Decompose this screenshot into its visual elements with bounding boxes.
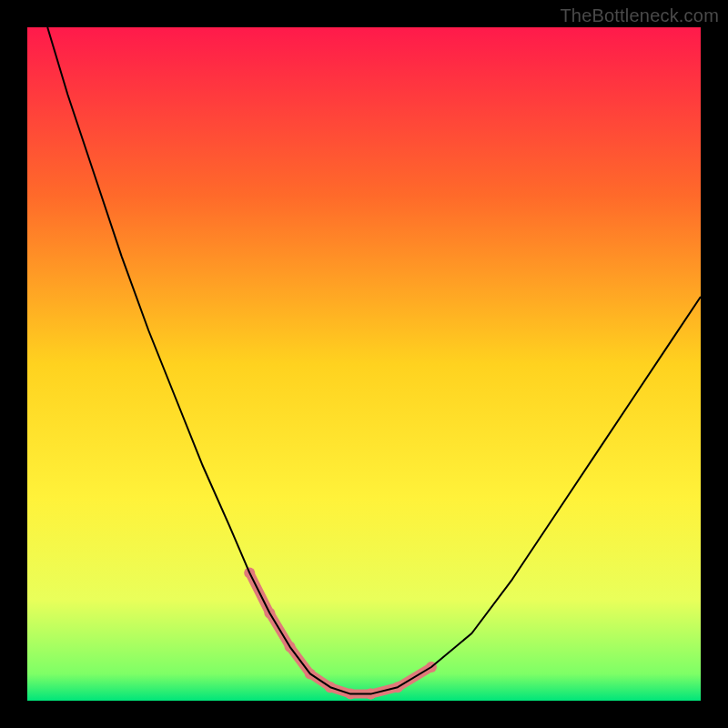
chart-stage: TheBottleneck.com [0,0,728,728]
watermark-text: TheBottleneck.com [560,5,719,26]
plot-area [27,27,701,701]
series-bottleneck-curve [47,27,701,694]
curve-layer [27,27,701,701]
series-valley-marker-left [249,572,330,687]
